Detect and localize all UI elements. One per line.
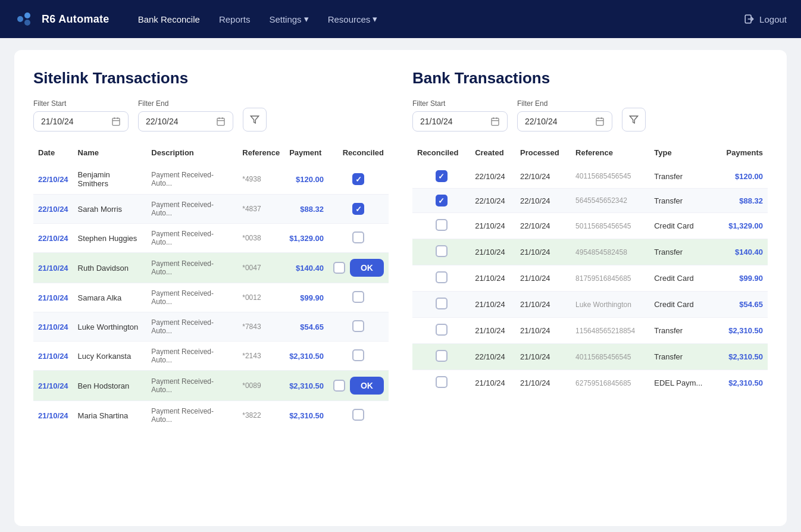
bank-processed: 22/10/24 [515, 164, 571, 189]
brand-logo-icon [14, 8, 36, 30]
main-content: Sitelink Transactions Filter Start 21/10… [14, 50, 787, 526]
bank-row: 22/10/24 22/10/24 5645545652342 Transfer… [412, 189, 768, 213]
sl-payment: $2,310.50 [284, 342, 328, 371]
bank-created: 21/10/24 [470, 292, 515, 318]
sl-date: 22/10/24 [33, 164, 73, 195]
sitelink-filter-end-group: Filter End 22/10/24 [138, 99, 233, 132]
sitelink-row: 21/10/24 Maria Shartina Payment Received… [33, 401, 389, 430]
sitelink-table: Date Name Description Reference Payment … [33, 143, 389, 430]
bank-filter-start-input[interactable]: 21/10/24 [412, 111, 508, 132]
bank-type: Credit Card [649, 292, 715, 318]
sitelink-filter-start-group: Filter Start 21/10/24 [33, 99, 129, 132]
svg-marker-22 [630, 116, 637, 123]
bank-processed: 21/10/24 [515, 318, 571, 344]
bank-col-created: Created [470, 143, 515, 164]
sl-description: Payment Received-Auto... [146, 401, 237, 430]
svg-point-0 [17, 16, 23, 22]
sitelink-filter-start-value: 21/10/24 [41, 117, 107, 126]
calendar-icon-end [216, 117, 226, 126]
sitelink-filter-start-input[interactable]: 21/10/24 [33, 111, 129, 132]
bank-filter-start-value: 21/10/24 [420, 117, 486, 126]
sl-payment: $2,310.50 [284, 371, 328, 401]
bank-checkbox[interactable] [436, 376, 448, 388]
bank-panel: Bank Transactions Filter Start 21/10/24 … [412, 69, 768, 430]
bank-payment: $2,310.50 [715, 344, 768, 370]
bank-created: 21/10/24 [470, 213, 515, 239]
sl-date: 21/10/24 [33, 371, 73, 401]
bank-processed: 21/10/24 [515, 292, 571, 318]
sl-reconciled [328, 164, 389, 195]
sl-checkbox[interactable] [333, 262, 345, 274]
sitelink-filter-start-label: Filter Start [33, 99, 129, 108]
col-payment: Payment [284, 143, 328, 164]
bank-checkbox[interactable] [436, 324, 448, 336]
logout-button[interactable]: Logout [744, 14, 787, 24]
sl-reconciled [328, 401, 389, 430]
sl-description: Payment Received-Auto... [146, 195, 237, 224]
bank-reconciled [412, 189, 470, 213]
bank-created: 22/10/24 [470, 344, 515, 370]
sl-checkbox[interactable] [352, 349, 364, 361]
sitelink-filter-icon-btn[interactable] [243, 108, 267, 132]
bank-created: 21/10/24 [470, 265, 515, 292]
bank-processed: 21/10/24 [515, 239, 571, 265]
sl-date: 21/10/24 [33, 283, 73, 312]
bank-payment: $2,310.50 [715, 318, 768, 344]
bank-filter-end-label: Filter End [517, 99, 612, 108]
bank-filter-start-group: Filter Start 21/10/24 [412, 99, 508, 132]
sl-name: Ruth Davidson [73, 253, 147, 283]
sl-reconciled [328, 283, 389, 312]
bank-checkbox[interactable] [436, 271, 448, 283]
bank-filter-end-input[interactable]: 22/10/24 [517, 111, 612, 132]
sl-ok-button[interactable]: OK [350, 259, 384, 277]
bank-reference: 115648565218854 [571, 318, 649, 344]
bank-row: 21/10/24 22/10/24 50115685456545 Credit … [412, 213, 768, 239]
bank-reconciled [412, 344, 470, 370]
sl-reference: *4837 [237, 195, 284, 224]
bank-checkbox[interactable] [436, 245, 448, 257]
svg-rect-18 [596, 118, 603, 126]
sitelink-title: Sitelink Transactions [33, 69, 389, 87]
bank-reference: 4954854582458 [571, 239, 649, 265]
nav-resources[interactable]: Resources ▾ [328, 14, 378, 24]
bank-checkbox[interactable] [436, 195, 448, 206]
bank-checkbox[interactable] [436, 298, 448, 309]
sitelink-filter-end-input[interactable]: 22/10/24 [138, 111, 233, 132]
nav-settings[interactable]: Settings ▾ [269, 14, 308, 24]
sl-payment: $88.32 [284, 195, 328, 224]
bank-filter-end-group: Filter End 22/10/24 [517, 99, 612, 132]
sl-checkbox[interactable] [352, 291, 364, 303]
sl-checkbox[interactable] [352, 203, 364, 215]
bank-filter-icon-btn[interactable] [622, 108, 646, 132]
calendar-icon-start [111, 117, 121, 126]
bank-checkbox[interactable] [436, 170, 448, 182]
funnel-icon [250, 115, 259, 124]
sl-checkbox[interactable] [333, 380, 345, 392]
bank-payment: $88.32 [715, 189, 768, 213]
sl-reconciled [328, 195, 389, 224]
sl-name: Stephen Huggies [73, 224, 147, 253]
sl-reference: *0038 [237, 224, 284, 253]
sl-reconciled [328, 342, 389, 371]
bank-type: Transfer [649, 318, 715, 344]
bank-checkbox[interactable] [436, 219, 448, 231]
sl-checkbox[interactable] [352, 231, 364, 243]
sl-checkbox[interactable] [352, 173, 364, 185]
sl-checkbox[interactable] [352, 409, 364, 421]
col-reconciled: Reconciled [328, 143, 389, 164]
sl-payment: $140.40 [284, 253, 328, 283]
nav-reports[interactable]: Reports [219, 14, 251, 24]
bank-processed: 21/10/24 [515, 344, 571, 370]
bank-checkbox[interactable] [436, 350, 448, 362]
col-reference: Reference [237, 143, 284, 164]
logout-label: Logout [759, 14, 787, 24]
settings-chevron-icon: ▾ [304, 14, 309, 24]
bank-payment: $2,310.50 [715, 370, 768, 396]
sl-date: 21/10/24 [33, 342, 73, 371]
brand-name: R6 Automate [42, 13, 109, 26]
sl-ok-button[interactable]: OK [350, 377, 384, 395]
sl-checkbox[interactable] [352, 320, 364, 332]
bank-payment: $99.90 [715, 265, 768, 292]
bank-type: Transfer [649, 239, 715, 265]
nav-bank-reconcile[interactable]: Bank Reconcile [138, 14, 200, 24]
